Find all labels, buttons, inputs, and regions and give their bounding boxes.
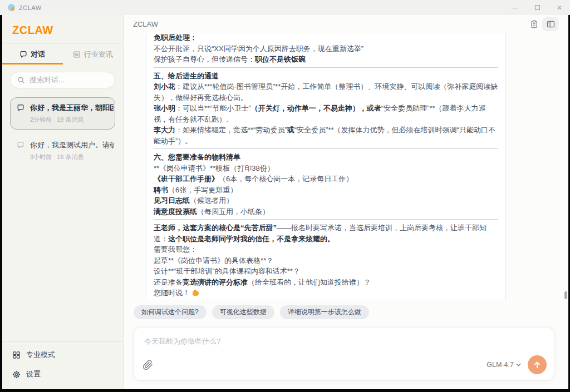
conversation-time: 3小时前 [30,153,52,161]
search-placeholder: 搜索对话... [30,75,65,85]
attachment-icon[interactable] [142,360,153,370]
scrollbar-thumb[interactable] [564,291,567,299]
conversation-title: 你好，我是测试用户。请确... [30,140,114,150]
message-line: 保护孩子自尊心，但传递信号：职位不是铁饭碗 [154,54,498,65]
sidebar-tabs: 对话行业资讯 [2,44,123,64]
search-icon [17,76,25,84]
message-line: 《班干部工作手册》（6本，每个核心岗一本，记录每日工作） [154,173,498,185]
message-line: **《岗位申请书》**模板（打印38份） [154,163,498,174]
message-line: 聘书（6张，手写更郑重） [154,185,498,196]
app-window: ZCLAW 对话行业资讯 搜索对话... 你好，我是王丽华，朝阳区...2分钟前… [2,15,568,389]
conversation-item[interactable]: 你好，我是测试用户。请确...3小时前16 条消息 [10,135,115,167]
message-divider [154,67,498,68]
sidebar-item-label: 设置 [26,369,41,379]
page-title: ZCLAW [133,20,158,28]
model-label: GLM-4.7 [487,361,514,369]
chat-bubble-icon [17,104,24,124]
message-line: 还是准备竞选演讲的评分标准（给全班看的，让他们知道投给谁）？ [154,277,498,288]
message-input[interactable]: 今天我能为你做些什么? GLM-4.7 [133,327,554,381]
suggestion-chip[interactable]: 如何调试这个问题? [134,305,207,319]
grid-icon [12,351,21,359]
conversation-meta: 3小时前16 条消息 [30,153,114,161]
main-panel: ZCLAW 做法：不当众免职，先降为“见习岗”（保留体面），两周表现好（零投诉）… [124,15,568,389]
sidebar-item-settings[interactable]: 设置 [12,369,113,379]
assistant-message: 做法：不当众免职，先降为“见习岗”（保留体面），两周表现好（零投诉） = 可申请… [146,33,506,300]
conversation-time: 2分钟前 [30,116,52,124]
suggestion-chip[interactable]: 可视化这些数据 [212,305,274,319]
sidebar-item-label: 专业模式 [26,350,55,360]
message-line: 王老师，这套方案的核心是“先苦后甜”——报名时要写承诺，当选后要培训，上岗后要考… [154,222,498,244]
titlebar: ZCLAW — ✕ [0,0,570,15]
tab-conversations[interactable]: 对话 [2,44,63,64]
gear-icon [12,370,21,379]
conversation-count: 16 条消息 [57,153,83,161]
side-panel-icon [547,21,555,28]
message-divider [154,219,498,220]
suggestion-chips: 如何调试这个问题?可视化这些数据详细说明第一步该怎么做 [134,305,369,319]
conversation-list: 你好，我是王丽华，朝阳区...2分钟前19 条消息你好，我是测试用户。请确...… [10,97,115,167]
suggestion-chip[interactable]: 详细说明第一步该怎么做 [280,305,369,319]
main-header: ZCLAW [124,15,568,33]
app-logo-icon [8,4,15,11]
message-line: 见习日志纸（候选者用） [154,195,498,206]
send-button[interactable] [528,355,547,374]
message-line: 五、给后进生的通道 [154,71,498,82]
message-divider [154,148,498,149]
message-line: 需要我帮您： [154,244,498,255]
chat-bubble-icon [17,141,24,161]
model-selector[interactable]: GLM-4.7 [487,361,521,369]
tab-label: 对话 [31,49,45,59]
message-line: 不公开批评，只说“XX同学因为个人原因辞去职务，现在重新选举” [154,43,498,54]
message-line: 起草**《岗位申请书》的具体表格**？ [154,255,498,266]
conversation-title: 你好，我是王丽华，朝阳区... [30,103,114,113]
sidebar-logo: ZCLAW [2,15,123,44]
toggle-panel-button[interactable] [542,17,559,31]
chat-scroll-area[interactable]: 做法：不当众免职，先降为“见习岗”（保留体面），两周表现好（零投诉） = 可申请… [124,33,568,300]
tab-label: 行业资讯 [84,49,113,59]
sidebar-item-pro-mode[interactable]: 专业模式 [12,350,113,360]
close-button[interactable]: ✕ [557,4,562,11]
titlebar-app-name: ZCLAW [19,4,42,11]
maximize-icon [535,5,540,10]
message-line: 免职后处理： [154,33,498,43]
message-line: 设计**“班干部培训”的具体课程内容和话术**？ [154,266,498,277]
search-input[interactable]: 搜索对话... [10,72,115,88]
message-line: 六、您需要准备的物料清单 [154,152,498,163]
conversation-item[interactable]: 你好，我是王丽华，朝阳区...2分钟前19 条消息 [10,97,115,130]
conversation-count: 19 条消息 [57,116,83,124]
input-placeholder: 今天我能为你做些什么? [144,336,220,346]
message-line: 李大力：如果情绪稳定，竞选**“劳动委员”或“安全委员”**（发挥体力优势，但必… [154,125,498,146]
arrow-up-icon [533,361,541,369]
news-icon [73,51,81,58]
maximize-button[interactable] [535,4,540,11]
tab-industry-news[interactable]: 行业资讯 [63,44,124,64]
message-line: 满意度投票纸（每周五用，小纸条） [154,206,498,217]
minimize-button[interactable]: — [512,4,518,11]
conversation-meta: 2分钟前19 条消息 [30,116,114,124]
message-line: 您随时说！ [154,287,498,299]
chat-bubble-icon [19,51,27,58]
chevron-down-icon [516,363,521,366]
message-line: 张小明：可以当**“节能小卫士”（开关灯，动作单一，不易走神），或者“安全委员助… [154,103,498,125]
sidebar-footer: 专业模式设置 [2,341,123,389]
muscle-emoji-icon [190,289,200,297]
sidebar: ZCLAW 对话行业资讯 搜索对话... 你好，我是王丽华，朝阳区...2分钟前… [2,15,124,389]
message-line: 刘小花：建议从**“轮值岗-图书管理员”**开始，工作简单（整理书）、环境安静、… [154,81,498,103]
clipboard-icon[interactable] [530,20,538,28]
